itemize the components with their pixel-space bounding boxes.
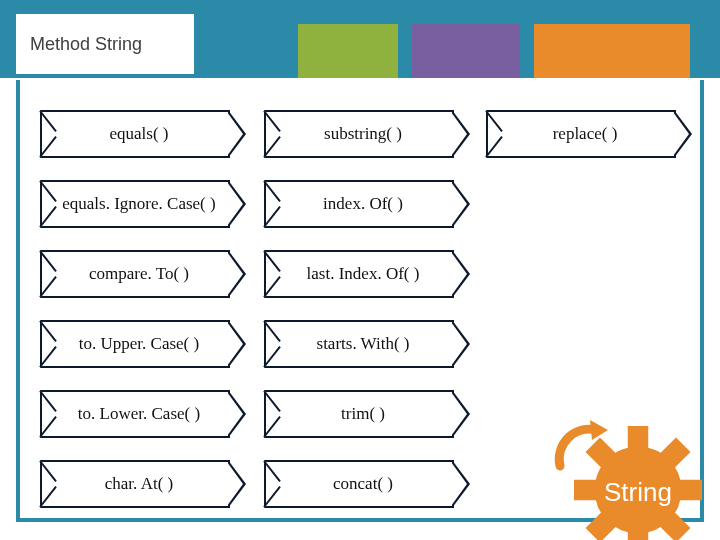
method-label: equals( ): [101, 124, 168, 144]
method-chevron: to. Upper. Case( ): [40, 320, 230, 368]
method-label: index. Of( ): [315, 194, 403, 214]
method-label: replace( ): [545, 124, 618, 144]
method-label: char. At( ): [97, 474, 173, 494]
method-chevron: replace( ): [486, 110, 676, 158]
method-chevron: last. Index. Of( ): [264, 250, 454, 298]
method-label: trim( ): [333, 404, 385, 424]
tab-green: [298, 24, 398, 78]
method-chevron: substring( ): [264, 110, 454, 158]
svg-marker-0: [590, 420, 608, 440]
column-1: equals( ) equals. Ignore. Case( ) compar…: [40, 110, 252, 530]
svg-rect-6: [628, 528, 648, 540]
method-label: to. Upper. Case( ): [71, 334, 199, 354]
tab-purple: [412, 24, 520, 78]
method-chevron: equals. Ignore. Case( ): [40, 180, 230, 228]
method-label: starts. With( ): [309, 334, 410, 354]
method-label: concat( ): [325, 474, 393, 494]
method-chevron: index. Of( ): [264, 180, 454, 228]
method-chevron: to. Lower. Case( ): [40, 390, 230, 438]
column-2: substring( ) index. Of( ) last. Index. O…: [264, 110, 476, 530]
method-chevron: starts. With( ): [264, 320, 454, 368]
method-label: equals. Ignore. Case( ): [54, 194, 215, 214]
column-3: replace( ): [486, 110, 698, 180]
svg-rect-2: [628, 426, 648, 452]
method-label: last. Index. Of( ): [299, 264, 420, 284]
method-chevron: trim( ): [264, 390, 454, 438]
page-title: Method String: [16, 14, 194, 74]
method-chevron: char. At( ): [40, 460, 230, 508]
method-label: substring( ): [316, 124, 402, 144]
method-label: compare. To( ): [81, 264, 189, 284]
gear-label: String: [574, 477, 702, 508]
method-label: to. Lower. Case( ): [70, 404, 200, 424]
page-title-text: Method String: [30, 34, 142, 55]
tab-orange: [534, 24, 690, 78]
method-chevron: equals( ): [40, 110, 230, 158]
method-chevron: compare. To( ): [40, 250, 230, 298]
gear-graphic: String: [552, 386, 702, 536]
method-chevron: concat( ): [264, 460, 454, 508]
